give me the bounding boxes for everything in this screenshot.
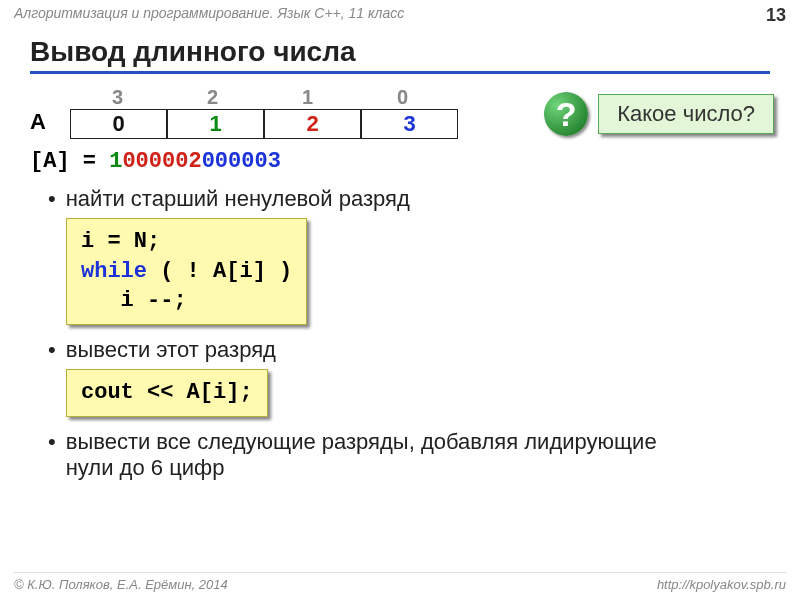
bullet-text: вывести все следующие разряды, добавляя …	[66, 429, 708, 481]
array-cell: 2	[264, 109, 361, 139]
page-title: Вывод длинного числа	[30, 36, 770, 74]
array-index: 0	[355, 86, 450, 109]
slide-header: Алгоритмизация и программирование. Язык …	[0, 0, 800, 26]
code-line: i = N;	[81, 229, 160, 254]
code-block-1: i = N; while ( ! A[i] ) i --;	[66, 218, 307, 325]
course-name: Алгоритмизация и программирование. Язык …	[14, 5, 404, 26]
array-label: A	[30, 109, 70, 139]
array-index: 1	[260, 86, 355, 109]
question-mark-icon: ?	[544, 92, 588, 136]
expr-part: 1	[109, 149, 122, 174]
array-index: 3	[70, 86, 165, 109]
question-text: Какое число?	[598, 94, 774, 134]
array-cell: 3	[361, 109, 458, 139]
bullet-item: вывести все следующие разряды, добавляя …	[48, 429, 708, 481]
bullet-item: вывести этот разряд	[48, 337, 770, 363]
expr-lhs: [A] =	[30, 149, 109, 174]
code-keyword: while	[81, 259, 147, 284]
footer-copyright: © К.Ю. Поляков, Е.А. Ерёмин, 2014	[14, 577, 228, 592]
slide-footer: © К.Ю. Поляков, Е.А. Ерёмин, 2014 http:/…	[14, 572, 786, 592]
array-index: 2	[165, 86, 260, 109]
value-expression: [A] = 1000002000003	[30, 149, 770, 174]
array-cell: 1	[167, 109, 264, 139]
array-cell: 0	[70, 109, 167, 139]
expr-part: 000002	[122, 149, 201, 174]
bullet-item: найти старший ненулевой разряд	[48, 186, 770, 212]
expr-part: 000003	[202, 149, 281, 174]
page-number: 13	[766, 5, 786, 26]
bullet-text: найти старший ненулевой разряд	[66, 186, 410, 212]
code-line: i --;	[81, 288, 187, 313]
question-callout: ? Какое число?	[544, 92, 774, 136]
footer-url: http://kpolyakov.spb.ru	[657, 577, 786, 592]
bullet-text: вывести этот разряд	[66, 337, 276, 363]
code-line: ( ! A[i] )	[147, 259, 292, 284]
code-block-2: cout << A[i];	[66, 369, 268, 417]
code-line: cout << A[i];	[81, 380, 253, 405]
